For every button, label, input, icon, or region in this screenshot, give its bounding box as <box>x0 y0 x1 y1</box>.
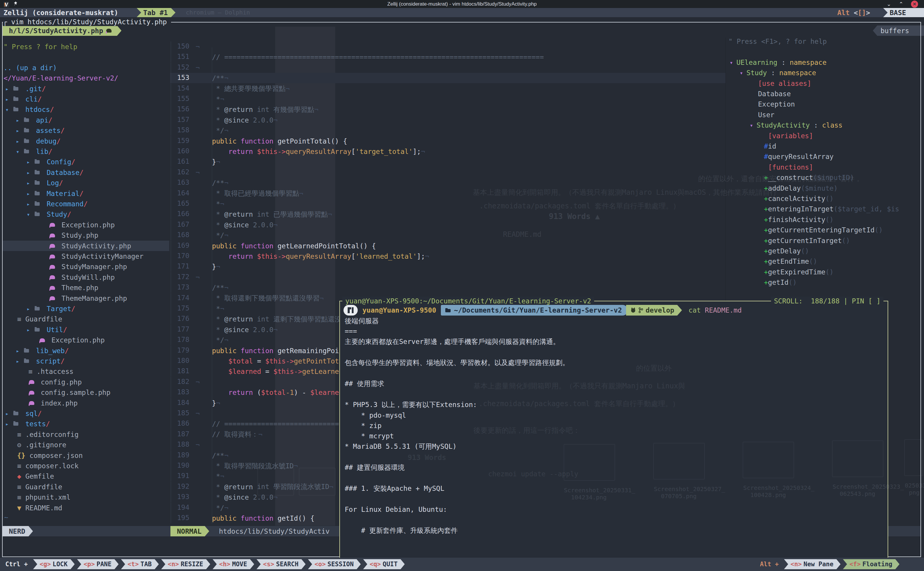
code-line[interactable]: * @return int 學習階段流水號ID¬ <box>196 481 333 492</box>
code-line[interactable]: *¬ <box>196 94 224 105</box>
keybind-resize[interactable]: <n>RESIZE <box>161 559 210 569</box>
tag-row[interactable]: #id <box>764 141 776 151</box>
keybind-quit[interactable]: <q>QUIT <box>363 559 405 569</box>
code-line[interactable]: /**¬ <box>196 450 228 461</box>
tree-row[interactable]: Exception.php <box>39 335 105 346</box>
code-line[interactable]: }¬ <box>196 157 220 167</box>
tree-row[interactable]: ThemeManager.php <box>49 293 127 304</box>
tag-row[interactable]: User <box>758 110 774 120</box>
code-line[interactable]: * 取得已經學過幾個學習點¬ <box>196 188 303 199</box>
tag-row[interactable]: +__construct($inputID) <box>764 172 854 183</box>
tag-row[interactable]: +addDelay($minute) <box>764 183 838 194</box>
tag-row[interactable]: Database <box>758 88 791 99</box>
code-line[interactable]: * @since 2.0.0¬ <box>196 492 277 503</box>
code-line[interactable]: */¬ <box>196 503 228 513</box>
tree-row[interactable]: ▼ README.md <box>17 503 62 513</box>
code-line[interactable]: // =====================================… <box>196 52 544 62</box>
code-line[interactable]: }¬ <box>196 261 220 272</box>
chevron-down-icon[interactable]: ⌄ <box>887 2 891 7</box>
tree-row[interactable]: Study.php <box>49 230 98 241</box>
keybind-lock[interactable]: <g>LOCK <box>33 559 75 569</box>
tree-row[interactable]: ◆ Gemfile <box>17 471 54 481</box>
keybind-search[interactable]: <s>SEARCH <box>257 559 306 569</box>
buffers-menu-tab[interactable]: buffers <box>873 25 924 36</box>
code-line[interactable]: *¬ <box>196 303 224 314</box>
tree-row[interactable]: index.php <box>28 398 77 409</box>
keybind-floating[interactable]: <f>Floating <box>843 559 899 569</box>
tree-row[interactable]: ≡ Guardfile <box>17 481 62 492</box>
tree-row[interactable]: {} composer.json <box>17 450 83 461</box>
mode-base-tab[interactable]: BASE <box>883 8 924 17</box>
close-button[interactable]: ✕ <box>911 1 918 8</box>
keybind-tab[interactable]: <t>TAB <box>121 559 159 569</box>
tag-row[interactable]: +getExpiredTime() <box>764 267 833 277</box>
tree-row[interactable]: ▸ Target/ <box>27 303 75 314</box>
tab-1[interactable]: Tab #1 <box>137 8 176 17</box>
floating-terminal-pane[interactable]: yuan@Yuan-XPS-9500:~/Documents/Git/Yuan/… <box>339 301 888 558</box>
code-line[interactable]: ¬ <box>196 440 200 450</box>
code-line[interactable]: * @return int 有幾個學習點¬ <box>196 104 318 115</box>
code-line[interactable]: */¬ <box>196 230 228 241</box>
code-line[interactable]: public function getId() { <box>196 513 314 524</box>
code-line[interactable]: */¬ <box>196 335 228 346</box>
tree-row[interactable]: ▾ lib/ <box>16 146 52 157</box>
tree-row[interactable]: " Press ? for help <box>3 42 77 52</box>
tag-row[interactable]: +getDelay() <box>764 246 809 256</box>
tree-row[interactable]: Theme.php <box>49 282 98 293</box>
tag-row[interactable]: +finishActivity() <box>764 214 833 225</box>
code-line[interactable]: * @return int 還剩下幾個學習點還沒學習¬ <box>196 314 359 324</box>
tree-row[interactable]: ▸ assets/ <box>16 125 65 136</box>
tag-row[interactable]: " Press <F1>, ? for help <box>728 36 827 47</box>
keybind-session[interactable]: <o>SESSION <box>308 559 361 569</box>
tree-row[interactable]: ▸ lib_web/ <box>16 346 69 356</box>
tree-row[interactable]: ▸ Config/ <box>27 157 75 167</box>
code-line[interactable]: }¬ <box>196 398 220 409</box>
tag-row[interactable]: +cancelActivity() <box>764 193 833 204</box>
code-line[interactable]: return ($total-1) - $learned; <box>196 387 347 398</box>
code-line[interactable]: ¬ <box>196 62 200 73</box>
tag-row[interactable]: +getEndTime() <box>764 256 817 267</box>
code-line[interactable]: * @since 2.0.0¬ <box>196 324 277 335</box>
tree-row[interactable]: ⚙ .gitignore <box>17 440 66 450</box>
code-line[interactable]: public function getLearnedPointTotal() { <box>196 241 376 251</box>
keybind-pane[interactable]: <p>PANE <box>77 559 119 569</box>
code-line[interactable]: * @since 2.0.0¬ <box>196 115 277 125</box>
code-line[interactable]: // 取得資料：¬ <box>196 429 262 440</box>
tag-row[interactable]: +getCurrentInTarget() <box>764 235 850 246</box>
tree-row[interactable]: ▸ Util/ <box>27 324 67 335</box>
code-line[interactable]: return $this->queryResultArray['learned_… <box>196 251 429 262</box>
code-line[interactable]: */¬ <box>196 125 228 136</box>
tag-row[interactable]: +enteringInTarget($target_id, $is <box>764 204 899 214</box>
tree-row[interactable]: StudyManager.php <box>49 261 127 272</box>
tree-row[interactable]: ▸ debug/ <box>16 136 61 147</box>
code-line[interactable]: ¬ <box>196 167 200 178</box>
code-line[interactable]: *¬ <box>196 471 224 481</box>
code-line[interactable]: *¬ <box>196 199 224 209</box>
tree-row[interactable]: ▸ cli/ <box>5 94 42 105</box>
code-line[interactable]: public function getPointTotal() { <box>196 136 347 147</box>
tree-row[interactable]: ≡ phpunit.xml <box>17 492 71 503</box>
keybind-new-pane[interactable]: <n>New Pane <box>784 559 841 569</box>
code-line[interactable]: * @return int 已學過幾個學習點¬ <box>196 209 332 220</box>
tag-row[interactable]: Exception <box>758 99 795 110</box>
tag-row[interactable]: ▾ UElearning : namespace <box>730 57 827 68</box>
tag-row[interactable]: [variables] <box>768 131 813 141</box>
code-line[interactable]: /**¬ <box>196 73 228 83</box>
tree-row[interactable]: ▾ htdocs/ <box>5 104 54 115</box>
tag-row[interactable]: [use aliases] <box>758 78 811 89</box>
tree-row[interactable]: ▾ Study/ <box>27 209 71 220</box>
tree-row[interactable]: ▸ .git/ <box>5 83 46 94</box>
tree-row[interactable]: ▸ script/ <box>16 356 65 366</box>
tag-row[interactable]: +getCurrentEnteringTargetId() <box>764 225 883 235</box>
code-line[interactable]: $total = $this->getPointTotal(); <box>196 356 359 366</box>
tag-row[interactable]: ▾ Study : namespace <box>740 68 816 78</box>
tag-row[interactable]: ▾ StudyActivity : class <box>750 120 842 131</box>
code-line[interactable]: ¬ <box>196 408 200 419</box>
tree-row[interactable]: ▸ tests/ <box>5 418 50 429</box>
tree-row[interactable]: Exception.php <box>49 220 115 230</box>
tree-row[interactable]: ▸ Recommand/ <box>27 199 88 209</box>
code-line[interactable]: /**¬ <box>196 282 228 293</box>
tree-row[interactable]: ▸ Database/ <box>27 167 83 178</box>
tree-row[interactable]: ▸ api/ <box>16 115 52 125</box>
code-line[interactable]: * 取得學習階段流水號ID¬ <box>196 461 298 471</box>
